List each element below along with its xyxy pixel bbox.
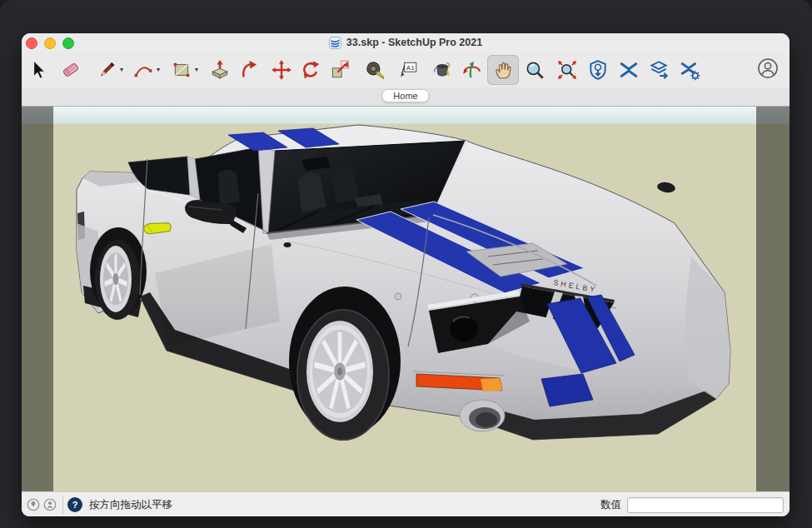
line-dropdown-caret[interactable]: ▾ xyxy=(117,66,126,73)
pan-tool-button[interactable] xyxy=(487,55,519,85)
scale-icon xyxy=(329,59,351,81)
get-models-tool-button[interactable] xyxy=(585,57,610,83)
viewport-right-overlay xyxy=(756,107,790,491)
arc-dropdown-caret[interactable]: ▾ xyxy=(154,66,162,73)
account-avatar-icon xyxy=(756,57,780,80)
extension-manager-tool-button[interactable] xyxy=(677,57,702,83)
toolbar: ▾ ▾ ▾ xyxy=(22,52,790,87)
text-label-icon: A1 xyxy=(397,59,419,81)
follow-me-tool-button[interactable] xyxy=(237,57,262,83)
zoom-magnifier-icon xyxy=(524,59,545,81)
text-tool-button[interactable]: A1 xyxy=(396,57,421,83)
text-tool-glyph: A1 xyxy=(406,64,415,72)
statusbar: ? 按方向拖动以平移 数值 xyxy=(22,491,790,516)
arc-tool-button[interactable] xyxy=(131,57,156,83)
get-models-icon xyxy=(587,59,609,81)
rotate-icon xyxy=(300,59,321,81)
orbit-icon xyxy=(461,59,483,81)
line-tool-button[interactable] xyxy=(94,57,119,83)
scene-tab-strip: Home xyxy=(22,87,790,107)
statusbar-divider xyxy=(62,496,63,514)
scale-tool-button[interactable] xyxy=(327,57,352,83)
claim-credit-button[interactable] xyxy=(42,497,57,512)
measurements-label: 数值 xyxy=(600,498,621,512)
paint-bucket-icon xyxy=(431,59,452,81)
3d-warehouse-tool-button[interactable] xyxy=(616,57,641,83)
shapes-dropdown-caret[interactable]: ▾ xyxy=(192,66,201,73)
follow-me-icon xyxy=(239,59,261,81)
rectangle-icon xyxy=(171,59,192,81)
model-viewport[interactable]: SHELBY xyxy=(22,107,790,491)
rotate-tool-button[interactable] xyxy=(298,57,323,83)
window-title: 33.skp - SketchUp Pro 2021 xyxy=(346,37,482,48)
geolocation-button[interactable] xyxy=(26,497,41,512)
tape-measure-icon xyxy=(364,59,386,81)
measurements-input[interactable] xyxy=(627,497,784,513)
share-model-icon xyxy=(648,59,670,81)
push-pull-icon xyxy=(209,59,231,81)
3d-warehouse-icon xyxy=(618,59,640,81)
pencil-icon xyxy=(96,59,117,81)
eraser-tool-button[interactable] xyxy=(58,57,83,83)
help-button[interactable]: ? xyxy=(67,497,82,512)
zoom-extents-tool-button[interactable] xyxy=(555,57,580,83)
zoom-tool-button[interactable] xyxy=(522,57,547,83)
share-model-tool-button[interactable] xyxy=(646,57,671,83)
paint-bucket-tool-button[interactable] xyxy=(429,57,454,83)
shapes-tool-button[interactable] xyxy=(169,57,194,83)
account-button[interactable] xyxy=(756,57,780,80)
viewport-left-overlay xyxy=(22,107,53,491)
push-pull-tool-button[interactable] xyxy=(207,57,232,83)
tape-measure-tool-button[interactable] xyxy=(362,57,387,83)
select-tool-button[interactable] xyxy=(25,57,50,83)
model-car: SHELBY xyxy=(22,107,790,491)
move-icon xyxy=(271,59,292,81)
sketchup-app-icon xyxy=(329,37,341,49)
pan-hand-icon xyxy=(492,59,514,81)
orbit-tool-button[interactable] xyxy=(460,57,485,83)
screen-bezel: 33.skp - SketchUp Pro 2021 xyxy=(0,0,812,528)
status-hint-text: 按方向拖动以平移 xyxy=(89,498,172,512)
sketchup-window: 33.skp - SketchUp Pro 2021 xyxy=(22,33,790,516)
zoom-extents-icon xyxy=(556,59,578,81)
select-arrow-icon xyxy=(27,59,48,81)
extension-manager-icon xyxy=(679,59,700,81)
eraser-icon xyxy=(60,59,82,81)
scene-tab-home[interactable]: Home xyxy=(381,89,429,102)
arc-icon xyxy=(132,59,154,81)
move-tool-button[interactable] xyxy=(269,57,294,83)
titlebar: 33.skp - SketchUp Pro 2021 xyxy=(22,33,790,52)
